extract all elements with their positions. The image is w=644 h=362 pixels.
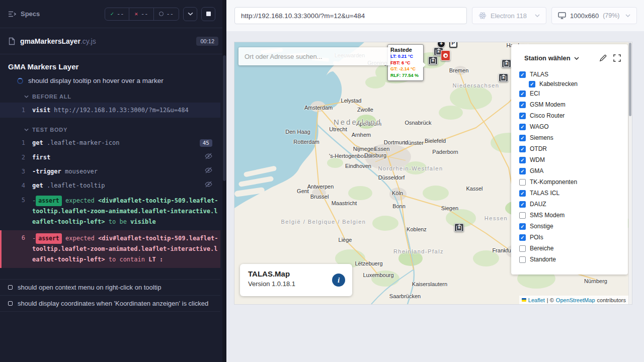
checkbox-label: OTDR: [530, 145, 547, 152]
element-hidden-icon: [201, 181, 220, 190]
station-filter-talas-icl[interactable]: TALAS ICL: [519, 188, 628, 199]
suite-title[interactable]: GMA Markers Layer: [8, 62, 220, 71]
checkbox[interactable]: [519, 102, 526, 108]
info-icon[interactable]: i: [332, 274, 345, 287]
command-get-marker-icon[interactable]: 1 get .leaflet-marker-icon 45: [0, 136, 220, 150]
checkbox-label: GSM Modem: [530, 101, 566, 108]
station-checkbox-list: TALASKabelstreckenECIGSM ModemCisco Rout…: [511, 68, 628, 265]
queued-tests: should open context menu on right-click …: [0, 279, 220, 312]
checkbox-label: WDM: [530, 156, 545, 163]
checkbox[interactable]: [519, 124, 526, 130]
command-visit[interactable]: 1 visit http://192.168.10.33:3000/?m=12&…: [0, 103, 220, 118]
station-marker[interactable]: H: [502, 59, 511, 68]
checkbox[interactable]: [529, 81, 535, 87]
chevron-down-icon: [188, 12, 193, 16]
station-filter-panel: Station wählen TALASKabelstreckenECIGSM …: [511, 44, 628, 275]
section-before-all[interactable]: BEFORE ALL: [24, 94, 220, 100]
checkbox[interactable]: [519, 190, 526, 197]
checkbox[interactable]: [519, 71, 526, 78]
station-filter-sms-modem[interactable]: SMS Modem: [519, 210, 628, 221]
reporter-header: Specs ✓-- ✕-- --: [0, 0, 226, 28]
active-test[interactable]: should display tooltip on hover over a m…: [17, 77, 220, 84]
station-filter-dauz[interactable]: DAUZ: [519, 199, 628, 210]
checkbox-label: Cisco Router: [530, 112, 565, 119]
station-marker[interactable]: H: [428, 56, 438, 65]
checkbox-label: Sonstige: [530, 223, 553, 230]
command-trigger-mouseover[interactable]: 3 -trigger mouseover: [0, 164, 220, 178]
spec-file-name[interactable]: gmaMarkersLayer.cy.js: [20, 37, 96, 45]
passed-count: ✓--: [105, 8, 129, 20]
command-assert-passed[interactable]: 5 -assert expected <div#leaflet-tooltip-…: [0, 193, 220, 230]
station-filter-standorte[interactable]: Standorte: [519, 254, 628, 265]
parking-marker[interactable]: P: [449, 42, 457, 48]
station-filter-sonstige[interactable]: Sonstige: [519, 221, 628, 232]
station-filter-gsm-modem[interactable]: GSM Modem: [519, 99, 628, 110]
stop-icon: [206, 12, 211, 16]
checkbox[interactable]: [519, 168, 526, 174]
checkbox-label: Bereiche: [530, 245, 553, 252]
url-bar[interactable]: http://192.168.10.33:3000/?m=12&u=484: [234, 7, 467, 24]
station-filter-otdr[interactable]: OTDR: [519, 143, 628, 154]
element-count-badge: 45: [200, 139, 212, 147]
browser-selector[interactable]: Electron 118: [472, 7, 546, 24]
queued-test-icon: [8, 285, 13, 290]
checkbox[interactable]: [519, 113, 526, 119]
station-filter-bereiche[interactable]: Bereiche: [519, 243, 628, 254]
command-get-tooltip[interactable]: 4 get .leaflet-tooltip: [0, 178, 220, 193]
stop-button[interactable]: [201, 7, 215, 21]
command-assert-failing[interactable]: 6 -assert expected <div#leaflet-tooltip-…: [0, 230, 220, 268]
station-filter-talas[interactable]: TALAS: [519, 69, 628, 80]
checkbox-label: Standorte: [530, 256, 556, 263]
reporter-sidebar: Specs ✓-- ✕-- -- gmaMarkersLayer.cy.js 0…: [0, 0, 226, 362]
element-hidden-icon: [201, 167, 220, 176]
checkbox-label: TALAS: [530, 71, 548, 78]
station-filter-wago[interactable]: WAGO: [519, 121, 628, 132]
chevron-down-icon: [625, 14, 630, 17]
app-version: Version 1.0.18.1: [248, 280, 344, 288]
station-marker[interactable]: H: [454, 223, 464, 232]
sidebar-scrollbar[interactable]: [222, 0, 226, 362]
queued-test-coordinates[interactable]: should display coordinates when 'Koordin…: [0, 295, 220, 312]
checkbox[interactable]: [519, 201, 526, 208]
specs-nav[interactable]: Specs: [8, 10, 40, 18]
alarm-marker[interactable]: [441, 50, 450, 61]
checkbox[interactable]: [519, 179, 526, 186]
checkbox[interactable]: [519, 256, 526, 263]
chevron-down-icon: [574, 57, 579, 60]
station-filter-gma[interactable]: GMA: [519, 165, 628, 176]
checkbox[interactable]: [519, 135, 526, 141]
command-first[interactable]: 2 first: [0, 150, 220, 164]
app-title: TALAS.Map: [248, 269, 344, 278]
checkbox[interactable]: [519, 146, 526, 152]
collapse-button[interactable]: [183, 7, 197, 21]
station-filter-siemens[interactable]: Siemens: [519, 132, 628, 143]
queued-test-icon: [8, 301, 13, 306]
checkbox[interactable]: [519, 245, 526, 252]
station-filter-eci[interactable]: ECI: [519, 88, 628, 99]
search-input[interactable]: [238, 47, 390, 65]
leaflet-link[interactable]: Leaflet: [528, 297, 545, 303]
section-test-body[interactable]: TEST BODY: [24, 127, 220, 133]
checkbox[interactable]: [519, 234, 526, 241]
station-filter-wdm[interactable]: WDM: [519, 154, 628, 165]
checkbox[interactable]: [519, 157, 526, 163]
edit-pencil-icon[interactable]: [599, 54, 607, 62]
cypress-runner: Specs ✓-- ✕-- -- gmaMarkersLayer.cy.js 0…: [0, 0, 644, 362]
tooltip-measurement-row: GT: -2.14 °C: [390, 66, 421, 72]
queued-test-context-menu[interactable]: should open context menu on right-click …: [0, 279, 220, 295]
expand-icon[interactable]: [613, 54, 621, 62]
station-marker[interactable]: H: [499, 73, 508, 82]
checkbox[interactable]: [519, 90, 526, 97]
station-filter-tk-komponenten[interactable]: TK-Komponenten: [519, 176, 628, 188]
station-filter-pois[interactable]: POIs: [519, 232, 628, 243]
station-select[interactable]: Station wählen: [524, 54, 579, 62]
checkbox[interactable]: [519, 223, 526, 230]
station-filter-kabelstrecken[interactable]: Kabelstrecken: [529, 80, 628, 88]
chevron-down-icon: [24, 95, 29, 98]
checkbox[interactable]: [519, 212, 526, 219]
aut-scrollbar[interactable]: [628, 42, 632, 304]
marker-tooltip[interactable]: Rastede LT: 0.21 °CFBT: 6 °CGT: -2.14 °C…: [387, 44, 424, 81]
osm-link[interactable]: OpenStreetMap: [556, 297, 595, 303]
viewport-selector[interactable]: 1000x660 (79%): [551, 7, 637, 24]
station-filter-cisco-router[interactable]: Cisco Router: [519, 110, 628, 121]
